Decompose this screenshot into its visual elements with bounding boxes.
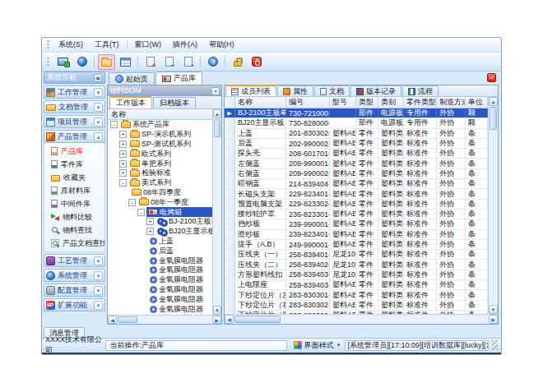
scroll-up-icon[interactable]: ▲ (213, 109, 221, 118)
table-cell[interactable]: 标准件 (404, 169, 437, 178)
table-cell[interactable]: 标准件 (404, 149, 437, 158)
sidebar-item-收藏夹[interactable]: 收藏夹 (44, 171, 104, 184)
tree-node-label[interactable]: 金氧膜电阻器 (159, 256, 203, 265)
table-cell[interactable]: 塑料类 (378, 179, 404, 188)
table-cell[interactable]: 塑料类 (378, 250, 404, 259)
pin-icon[interactable]: ▣ (94, 74, 102, 82)
sidebar-item-零件库[interactable]: 零件库 (44, 158, 104, 171)
scrollbar-thumb[interactable] (234, 316, 281, 323)
tab-起始页[interactable]: 起始页 (109, 72, 155, 85)
tree-node-label[interactable]: 上盖 (159, 237, 174, 247)
table-cell[interactable]: 塑料类 (378, 189, 404, 198)
sidebar-item-原材料库[interactable]: 原材料库 (44, 184, 104, 197)
chevron-down-icon[interactable]: ▼ (94, 286, 103, 295)
tree-node-label[interactable]: 欧式系列 (142, 149, 171, 159)
table-cell[interactable]: 标准件 (404, 200, 437, 209)
table-cell[interactable]: 283-830301-00X (286, 290, 330, 299)
toolbar-button-help-icon[interactable] (204, 54, 221, 70)
table-cell[interactable]: 外协 (437, 159, 466, 168)
scrollbar-thumb[interactable] (214, 119, 220, 137)
table-cell[interactable]: 塑料ABS (330, 139, 356, 148)
tree-node-08年四季度[interactable]: 08年四季度 (108, 188, 212, 198)
table-cell[interactable]: 塑料类 (378, 219, 404, 228)
menu-item[interactable]: 窗口(W) (129, 38, 168, 52)
table-cell[interactable]: BJ20主显示板 (235, 118, 286, 127)
table-cell[interactable]: 229-823302-00X (286, 200, 330, 209)
table-cell[interactable]: 外协 (437, 129, 466, 138)
table-cell[interactable]: 零件 (356, 290, 378, 299)
table-cell[interactable]: 外协 (437, 118, 466, 127)
sidebar-group-4[interactable]: 工艺管理▼ (44, 254, 105, 267)
table-cell[interactable]: 塑料类 (378, 260, 404, 269)
table-row[interactable]: 左侧盖209-990001-01X塑料ABS零件塑料类标准件外协条 (225, 159, 488, 168)
table-cell[interactable]: 塑料ABS (330, 280, 356, 289)
table-cell[interactable]: 塑料ABS (330, 219, 356, 228)
table-cell[interactable]: 标准件 (404, 179, 437, 188)
table-cell[interactable]: 条 (466, 250, 488, 259)
table-cell[interactable]: 条 (466, 230, 488, 239)
table-cell[interactable]: 长磁头支架 (235, 189, 286, 198)
column-header-型号[interactable]: 型号 (330, 97, 356, 108)
tree-node-美式系列[interactable]: -美式系列 (108, 178, 212, 188)
table-cell[interactable]: 条 (466, 210, 488, 219)
table-cell[interactable]: 塑料ABS (330, 129, 356, 138)
menu-item[interactable]: 工具(T) (89, 38, 125, 52)
table-cell[interactable]: 258-839401-00X (286, 250, 330, 259)
table-cell[interactable]: 塑料类 (378, 200, 404, 209)
table-cell[interactable]: 标准件 (404, 230, 437, 239)
table-cell[interactable]: 零件 (356, 200, 378, 209)
table-cell[interactable]: 208-601701-01X (286, 149, 330, 158)
table-cell[interactable]: 塑料类 (378, 240, 404, 249)
table-cell[interactable]: 外协 (437, 108, 466, 118)
tree-node-系统产品库[interactable]: -系统产品库 (108, 120, 212, 130)
table-cell[interactable]: 外协 (437, 230, 466, 239)
scroll-left-icon[interactable]: ◀ (108, 316, 117, 324)
table-cell[interactable]: 标准件 (404, 129, 437, 138)
table-cell[interactable]: 258-839403-00X (286, 270, 330, 279)
table-cell[interactable]: 标准件 (404, 290, 437, 299)
toolbar-button-power-icon[interactable] (248, 54, 265, 70)
tree-node-label[interactable]: BJ-2100主板单点 (169, 217, 212, 227)
table-cell[interactable]: 201-830302-00X (286, 129, 330, 138)
table-cell[interactable]: 外协 (437, 179, 466, 188)
table-cell[interactable]: 尼龙1010 (330, 270, 356, 279)
tree-node-label[interactable]: 电烤箱 (160, 207, 182, 217)
table-cell[interactable]: 接纱轮护罩 (235, 210, 286, 219)
panel-options-icon[interactable]: ▾ (211, 87, 220, 95)
table-cell[interactable]: 零件 (356, 129, 378, 138)
collapse-icon[interactable]: - (110, 121, 118, 128)
table-cell[interactable]: 条 (466, 139, 488, 148)
tab-成员列表[interactable]: 成员列表 (225, 85, 276, 96)
expand-icon[interactable]: + (119, 160, 127, 168)
table-cell[interactable]: 零件 (356, 230, 378, 239)
table-cell[interactable]: 零件 (356, 240, 378, 249)
column-header-类别[interactable]: 类别 (378, 97, 404, 108)
scroll-right-icon[interactable]: ▶ (489, 315, 498, 324)
table-cell[interactable]: 214-839404-01X (286, 179, 330, 188)
table-cell[interactable]: 零件 (356, 301, 378, 310)
table-cell[interactable]: 塑料类 (378, 149, 404, 158)
table-cell[interactable]: 外协 (437, 270, 466, 279)
table-cell[interactable]: 上盖 (235, 129, 286, 138)
close-tab-button[interactable]: × (487, 73, 496, 82)
scrollbar-thumb[interactable] (118, 316, 137, 323)
chevron-down-icon[interactable]: ▼ (94, 256, 103, 265)
tree-node-label[interactable]: 后盖 (159, 246, 174, 256)
sidebar-group-0[interactable]: 工作管理▼ (44, 85, 105, 99)
sidebar-group-1[interactable]: 文档管理▼ (44, 100, 105, 113)
table-cell[interactable]: 标准件 (404, 280, 437, 289)
table-cell[interactable]: 条 (466, 260, 488, 269)
scroll-left-icon[interactable]: ◀ (225, 315, 234, 324)
table-cell[interactable]: 压线夹（二） (235, 260, 286, 269)
table-cell[interactable]: 标准件 (404, 189, 437, 198)
table-cell[interactable]: 零件 (356, 149, 378, 158)
table-cell[interactable]: 零件 (356, 260, 378, 269)
table-cell[interactable]: 外协 (437, 210, 466, 219)
tree-node-检验标准[interactable]: +检验标准 (108, 168, 212, 178)
table-cell[interactable] (330, 118, 356, 127)
table-cell[interactable]: 预置电脑支架 (235, 200, 286, 209)
table-cell[interactable]: 下纱定位片（左） (235, 290, 286, 299)
sidebar-group-7[interactable]: 扩展功能▼ (44, 298, 105, 311)
table-cell[interactable]: 塑料ABS (330, 159, 356, 168)
tab-文档[interactable]: 文档 (314, 85, 350, 96)
